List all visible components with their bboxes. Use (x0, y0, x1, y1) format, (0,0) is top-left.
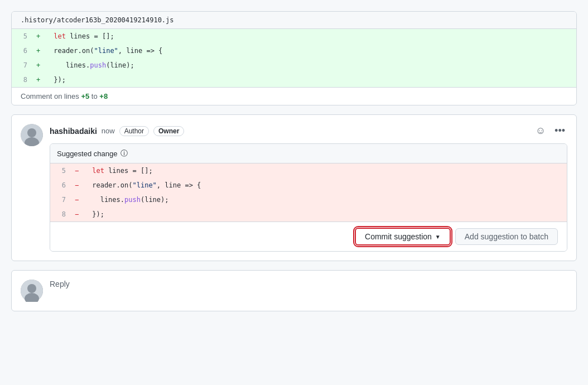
comment-actions: ☺ ••• (533, 124, 567, 138)
table-row: 8 + }); (12, 73, 576, 87)
suggestion-box: Suggested change ⓘ 5 − let lines = []; 6… (50, 143, 567, 252)
info-icon: ⓘ (121, 148, 128, 158)
add-batch-label: Add suggestion to batch (465, 232, 548, 241)
badge-owner: Owner (153, 126, 184, 136)
diff-sign: − (73, 163, 84, 178)
table-row: 6 + reader.on("line", line => { (12, 44, 576, 58)
avatar-svg (21, 124, 43, 146)
add-suggestion-to-batch-button[interactable]: Add suggestion to batch (455, 228, 558, 245)
diff-code: }); (84, 207, 567, 222)
diff-sign: − (73, 192, 84, 207)
table-row: 5 − let lines = []; (50, 163, 567, 178)
diff-sign: + (34, 73, 45, 87)
suggestion-diff-table: 5 − let lines = []; 6 − reader.on("line"… (50, 163, 567, 222)
line-num: 5 (50, 163, 73, 178)
diff-code: lines.push(line); (45, 58, 576, 73)
diff-filename: .history/atcoder163b_20200419214910.js (12, 12, 576, 29)
more-icon: ••• (555, 125, 565, 136)
table-row: 5 + let lines = []; (12, 29, 576, 44)
table-row: 7 + lines.push(line); (12, 58, 576, 73)
diff-code: }); (45, 73, 576, 87)
line-num: 6 (50, 178, 73, 192)
table-row: 7 − lines.push(line); (50, 192, 567, 207)
reply-avatar-svg (21, 280, 43, 302)
diff-code: let lines = []; (84, 163, 567, 178)
table-row: 8 − }); (50, 207, 567, 222)
line-num: 6 (12, 44, 34, 58)
badge-author: Author (119, 126, 149, 136)
svg-point-1 (27, 128, 36, 137)
table-row: 6 − reader.on("line", line => { (50, 178, 567, 192)
lines-end: +8 (99, 92, 108, 100)
emoji-button[interactable]: ☺ (533, 124, 548, 138)
lines-start: +5 (81, 92, 89, 100)
line-num: 7 (50, 192, 73, 207)
commit-suggestion-button[interactable]: Commit suggestion ▼ (355, 228, 451, 246)
diff-sign: + (34, 58, 45, 73)
diff-sign: + (34, 29, 45, 44)
comment-body: hashibadaiki now Author Owner ☺ ••• Sugg… (50, 124, 567, 252)
emoji-icon: ☺ (536, 125, 546, 136)
diff-code: lines.push(line); (84, 192, 567, 207)
diff-code: let lines = []; (45, 29, 576, 44)
diff-card: .history/atcoder163b_20200419214910.js 5… (11, 11, 577, 105)
comment-time: now (102, 127, 115, 135)
diff-code: reader.on("line", line => { (45, 44, 576, 58)
suggestion-footer: Commit suggestion ▼ Add suggestion to ba… (50, 222, 567, 251)
line-num: 8 (12, 73, 34, 87)
avatar-image (21, 124, 43, 146)
commit-suggestion-label: Commit suggestion (365, 232, 432, 241)
comment-author: hashibadaiki (50, 127, 97, 136)
diff-sign: − (73, 178, 84, 192)
comment-on-lines: Comment on lines +5 to +8 (12, 87, 576, 105)
suggestion-header-label: Suggested change (57, 150, 117, 158)
dropdown-arrow-icon: ▼ (435, 234, 441, 240)
line-num: 8 (50, 207, 73, 222)
svg-point-4 (27, 284, 36, 293)
reply-section: Reply (11, 270, 577, 311)
line-num: 7 (12, 58, 34, 73)
diff-code: reader.on("line", line => { (84, 178, 567, 192)
reply-label[interactable]: Reply (50, 280, 567, 302)
comment-section: hashibadaiki now Author Owner ☺ ••• Sugg… (11, 114, 577, 261)
diff-sign: + (34, 44, 45, 58)
more-options-button[interactable]: ••• (552, 124, 567, 138)
diff-table: 5 + let lines = []; 6 + reader.on("line"… (12, 29, 576, 87)
suggestion-header: Suggested change ⓘ (50, 144, 567, 163)
reply-avatar (21, 280, 43, 302)
line-num: 5 (12, 29, 34, 44)
avatar (21, 124, 43, 146)
diff-sign: − (73, 207, 84, 222)
comment-meta: hashibadaiki now Author Owner ☺ ••• (50, 124, 567, 138)
